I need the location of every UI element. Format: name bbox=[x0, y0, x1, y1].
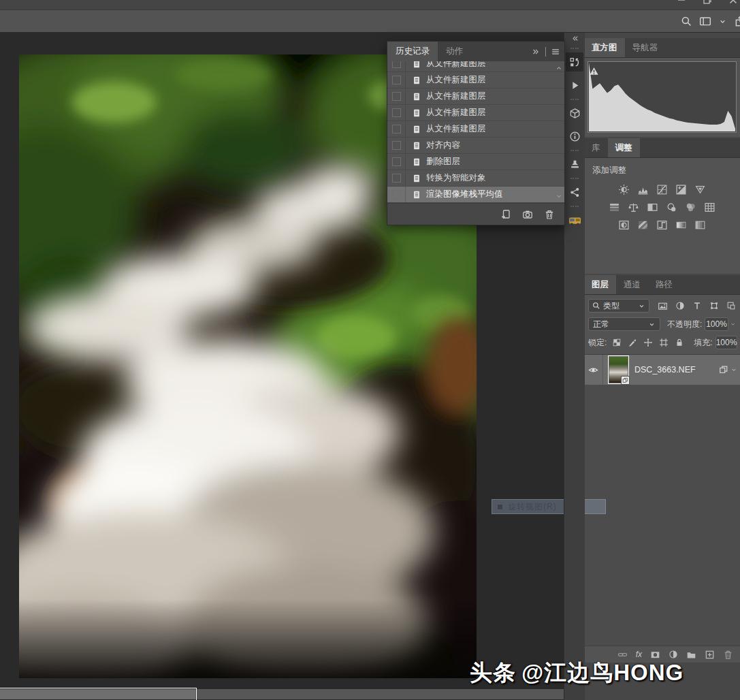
history-state-icon bbox=[412, 125, 421, 134]
new-document-from-state-icon[interactable] bbox=[500, 209, 511, 220]
close-icon[interactable] bbox=[728, 0, 739, 5]
double-chevron-right-icon[interactable] bbox=[531, 47, 541, 57]
layer-thumbnail[interactable] bbox=[609, 357, 628, 383]
history-brush-well[interactable] bbox=[387, 61, 406, 71]
new-snapshot-icon[interactable] bbox=[522, 209, 533, 220]
lock-position-icon[interactable] bbox=[643, 338, 653, 347]
dock-actions-play-icon[interactable] bbox=[566, 76, 583, 95]
dock-plugin-icon[interactable] bbox=[566, 210, 583, 229]
histogram-refresh-warning-icon[interactable] bbox=[589, 66, 599, 76]
history-brush-well[interactable] bbox=[387, 121, 406, 137]
scroll-up-icon[interactable] bbox=[555, 64, 563, 72]
panel-menu-icon[interactable] bbox=[551, 47, 560, 57]
brightness-contrast-icon[interactable] bbox=[617, 184, 630, 195]
history-brush-well[interactable] bbox=[387, 170, 406, 186]
exposure-icon[interactable] bbox=[675, 184, 688, 195]
search-icon[interactable] bbox=[681, 16, 692, 27]
share-icon[interactable] bbox=[734, 15, 740, 27]
lock-paint-icon[interactable] bbox=[628, 338, 637, 347]
history-item[interactable]: 从文件新建图层 bbox=[387, 121, 564, 138]
adjustment-layer-filter-icon[interactable] bbox=[675, 301, 685, 311]
color-lookup-icon[interactable] bbox=[703, 202, 716, 213]
history-brush-well[interactable] bbox=[387, 72, 406, 88]
photo-filter-icon[interactable] bbox=[665, 202, 678, 213]
lock-artboard-icon[interactable] bbox=[659, 338, 669, 347]
history-item[interactable]: 删除图层 bbox=[387, 154, 564, 170]
smart-object-filter-icon[interactable] bbox=[726, 301, 736, 311]
tab-layers[interactable]: 图层 bbox=[584, 275, 616, 294]
history-list: 从文件新建图层 从文件新建图层 从文件新建图层 从文件新建图层 从文件新建图层 … bbox=[387, 61, 564, 203]
history-item[interactable]: 从文件新建图层 bbox=[387, 72, 564, 89]
horizontal-scrollbar-thumb[interactable] bbox=[0, 689, 195, 699]
history-brush-well[interactable] bbox=[387, 187, 406, 202]
dock-info-icon[interactable] bbox=[566, 127, 583, 146]
shape-layer-filter-icon[interactable] bbox=[709, 301, 719, 311]
horizontal-scrollbar[interactable] bbox=[0, 689, 584, 699]
lock-transparency-icon[interactable] bbox=[612, 338, 622, 347]
history-item[interactable]: 从文件新建图层 bbox=[387, 89, 564, 105]
opacity-value[interactable]: 100% bbox=[705, 317, 728, 331]
gradient-map-icon[interactable] bbox=[675, 219, 688, 231]
history-item[interactable]: 对齐内容 bbox=[387, 138, 564, 154]
new-group-icon[interactable] bbox=[686, 650, 696, 660]
minimize-icon[interactable] bbox=[676, 0, 687, 5]
restore-icon[interactable] bbox=[702, 0, 713, 5]
tab-libraries[interactable]: 库 bbox=[584, 138, 608, 157]
blend-mode-dropdown[interactable]: 正常 bbox=[588, 317, 660, 331]
history-scrollbar[interactable] bbox=[553, 61, 564, 203]
history-item-selected[interactable]: 渲染图像堆栈平均值 bbox=[387, 187, 564, 203]
selective-color-icon[interactable] bbox=[694, 219, 707, 231]
divider bbox=[545, 47, 546, 57]
chevron-down-icon bbox=[638, 302, 645, 310]
history-brush-well[interactable] bbox=[387, 105, 406, 121]
history-item[interactable]: 从文件新建图层 bbox=[387, 105, 564, 121]
tab-channels[interactable]: 通道 bbox=[616, 275, 648, 294]
history-item[interactable]: 转换为智能对象 bbox=[387, 170, 564, 187]
curves-icon[interactable] bbox=[656, 184, 669, 195]
dock-history-icon[interactable] bbox=[566, 52, 583, 71]
dock-layer-comps-icon[interactable] bbox=[566, 155, 583, 174]
history-state-icon bbox=[412, 92, 421, 101]
tool-tooltip: 旋转视图(R) bbox=[492, 499, 606, 514]
scroll-down-icon[interactable] bbox=[555, 192, 563, 200]
history-brush-well[interactable] bbox=[387, 154, 406, 170]
layer-row-selected[interactable]: DSC_3663.NEF bbox=[584, 355, 740, 385]
dock-share-nodes-icon[interactable] bbox=[566, 182, 583, 202]
chevron-down-icon[interactable] bbox=[730, 366, 737, 373]
tab-histogram[interactable]: 直方图 bbox=[584, 38, 625, 57]
tab-actions[interactable]: 动作 bbox=[438, 42, 471, 61]
new-layer-icon[interactable] bbox=[705, 650, 715, 660]
invert-icon[interactable] bbox=[617, 219, 630, 231]
black-white-icon[interactable] bbox=[646, 202, 659, 213]
levels-icon[interactable] bbox=[637, 184, 649, 195]
layer-name[interactable]: DSC_3663.NEF bbox=[634, 365, 719, 375]
color-balance-icon[interactable] bbox=[627, 202, 640, 213]
chevron-down-icon[interactable] bbox=[730, 321, 736, 328]
history-state-icon bbox=[412, 190, 421, 200]
collapse-panels-icon[interactable] bbox=[570, 34, 579, 43]
lock-all-icon[interactable] bbox=[675, 338, 684, 347]
history-item[interactable]: 从文件新建图层 bbox=[387, 61, 564, 72]
posterize-icon[interactable] bbox=[637, 219, 649, 231]
tab-adjustments[interactable]: 调整 bbox=[608, 138, 640, 157]
tab-navigator[interactable]: 导航器 bbox=[625, 38, 666, 57]
hue-saturation-icon[interactable] bbox=[608, 202, 621, 213]
threshold-icon[interactable] bbox=[656, 219, 669, 231]
layer-visibility-toggle[interactable] bbox=[584, 355, 603, 385]
chevron-down-icon[interactable] bbox=[718, 17, 727, 26]
workspace-switcher-icon[interactable] bbox=[699, 15, 711, 27]
history-brush-well[interactable] bbox=[387, 89, 406, 104]
type-layer-filter-icon[interactable] bbox=[692, 301, 702, 311]
tab-paths[interactable]: 路径 bbox=[648, 275, 680, 294]
tab-history[interactable]: 历史记录 bbox=[387, 42, 438, 61]
fill-value[interactable]: 100% bbox=[715, 336, 738, 349]
delete-layer-icon[interactable] bbox=[723, 650, 733, 660]
history-brush-well[interactable] bbox=[387, 138, 406, 153]
vibrance-icon[interactable] bbox=[694, 184, 707, 195]
delete-state-icon[interactable] bbox=[544, 209, 555, 220]
dock-properties-cube-icon[interactable] bbox=[566, 104, 583, 123]
channel-mixer-icon[interactable] bbox=[684, 202, 697, 213]
add-adjustment-label: 添加调整 bbox=[584, 161, 740, 178]
layer-filter-kind-dropdown[interactable]: 类型 bbox=[588, 299, 649, 313]
pixel-layer-filter-icon[interactable] bbox=[658, 301, 668, 311]
